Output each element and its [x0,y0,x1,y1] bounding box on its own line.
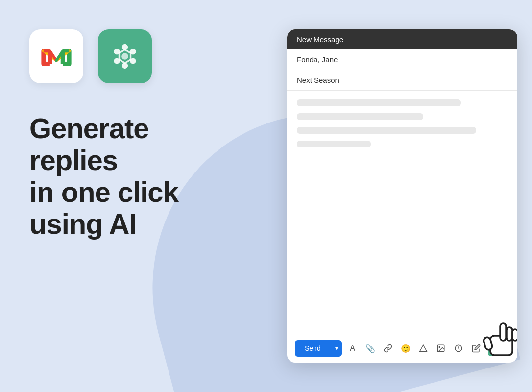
tagline: Generate replies in one click using AI [29,113,250,240]
skeleton-line-4 [297,141,371,147]
font-toolbar-icon[interactable]: A [346,342,360,355]
skeleton-line-1 [297,99,461,106]
compose-subject-field[interactable]: Next Season [287,70,517,91]
left-panel: Generate replies in one click using AI [0,0,279,392]
compose-window: New Message Fonda, Jane Next Season Send… [287,29,517,363]
compose-subject-value: Next Season [297,76,339,84]
send-button[interactable]: Send ▾ [295,340,342,357]
compose-title: New Message [297,35,343,44]
compose-body[interactable] [287,91,517,334]
schedule-toolbar-icon[interactable] [452,342,465,355]
compose-to-value: Fonda, Jane [297,55,338,64]
photo-toolbar-icon[interactable] [434,342,448,355]
svg-point-8 [121,53,128,60]
gmail-icon [29,29,83,83]
skeleton-line-3 [297,127,476,134]
cursor-hand [481,316,517,360]
svg-rect-20 [500,323,506,341]
compose-header: New Message [287,29,517,49]
svg-rect-21 [507,327,512,341]
logos-row [29,29,250,83]
send-label: Send [295,340,331,357]
link-toolbar-icon[interactable] [381,342,395,355]
skeleton-line-2 [297,113,423,120]
svg-rect-22 [512,329,517,341]
openai-icon [98,29,152,83]
attach-toolbar-icon[interactable]: 📎 [363,342,377,355]
compose-to-field[interactable]: Fonda, Jane [287,49,517,70]
emoji-toolbar-icon[interactable]: 🙂 [399,342,412,355]
drive-toolbar-icon[interactable] [416,342,430,355]
send-dropdown-icon[interactable]: ▾ [331,341,342,356]
svg-point-10 [439,346,440,347]
